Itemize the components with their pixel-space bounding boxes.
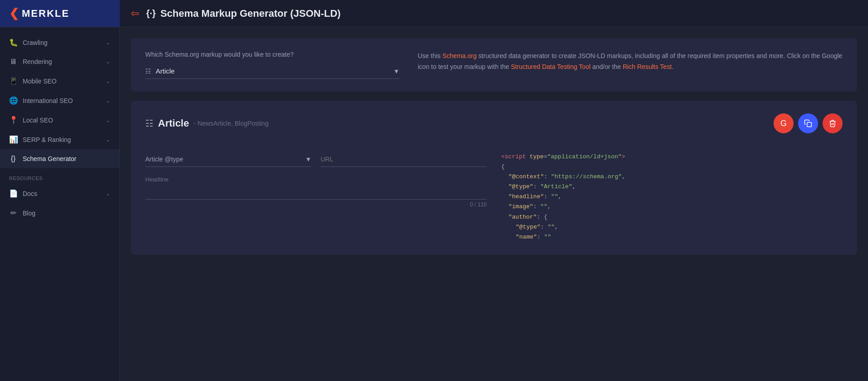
code-line-1: <script type="application/ld+json">: [501, 152, 843, 162]
article-type-dropdown[interactable]: Article @type ▼: [145, 152, 311, 167]
sidebar-item-mobile-seo[interactable]: 📱 Mobile SEO ⌄: [0, 71, 119, 91]
main-content: Which Schema.org markup would you like t…: [120, 27, 868, 381]
docs-icon: 📄: [9, 189, 17, 198]
international-icon: 🌐: [9, 96, 17, 105]
form-area: Article @type ▼ Headline 0 / 110: [145, 152, 487, 242]
headline-input[interactable]: [145, 185, 487, 200]
serp-icon: 📊: [9, 135, 17, 144]
description-area: Use this Schema.org structured data gene…: [418, 51, 843, 73]
chevron-down-icon: ⌄: [106, 137, 110, 143]
mobile-icon: 📱: [9, 77, 17, 85]
table-icon: ☷: [145, 68, 151, 75]
header-content: ⇦ {·} Schema Markup Generator (JSON-LD): [120, 8, 868, 20]
select-label: Which Schema.org markup would you like t…: [145, 51, 399, 58]
select-chevron-icon: ▼: [393, 68, 399, 75]
code-line-8: "@type": "",: [501, 222, 843, 232]
url-field-group: [321, 152, 487, 167]
type-url-row: Article @type ▼: [145, 152, 487, 167]
google-test-button[interactable]: G: [774, 113, 794, 133]
url-input[interactable]: [321, 152, 487, 167]
schema-icon: {·}: [146, 8, 156, 19]
schema-selector-card: Which Schema.org markup would you like t…: [131, 38, 857, 92]
article-title-area: ☷ Article - NewsArticle, BlogPosting: [145, 117, 268, 129]
local-icon: 📍: [9, 116, 17, 124]
sidebar: 🐛 Crawling ⌄ 🖥 Rendering ⌄ 📱 Mobile SEO …: [0, 27, 120, 381]
dropdown-chevron-icon: ▼: [305, 156, 311, 163]
sidebar-item-docs[interactable]: 📄 Docs ⌄: [0, 184, 119, 203]
resources-section-label: Resources: [0, 168, 119, 184]
sidebar-item-serp-ranking[interactable]: 📊 SERP & Ranking ⌄: [0, 130, 119, 149]
headline-field-group: Headline 0 / 110: [145, 176, 487, 208]
code-line-5: "headline": "",: [501, 192, 843, 202]
code-line-4: "@type": "Article",: [501, 182, 843, 192]
form-code-split: Article @type ▼ Headline 0 / 110: [145, 152, 843, 242]
schema-gen-icon: {}: [9, 155, 17, 163]
code-line-9: "name": "": [501, 232, 843, 242]
sidebar-item-rendering[interactable]: 🖥 Rendering ⌄: [0, 52, 119, 71]
schema-select-area: Which Schema.org markup would you like t…: [145, 51, 399, 79]
code-line-2: {: [501, 162, 843, 172]
chevron-down-icon: ⌄: [106, 190, 110, 197]
headline-label: Headline: [145, 176, 487, 183]
sidebar-item-blog[interactable]: ✏ Blog: [0, 203, 119, 223]
rendering-icon: 🖥: [9, 58, 17, 66]
code-preview: <script type="application/ld+json"> { "@…: [501, 152, 843, 242]
delete-button[interactable]: [823, 113, 843, 133]
blog-icon: ✏: [9, 209, 17, 217]
chevron-down-icon: ⌄: [106, 117, 110, 123]
char-count: 0 / 110: [145, 201, 487, 208]
svg-rect-0: [807, 122, 812, 127]
crawling-icon: 🐛: [9, 38, 17, 47]
headline-row: Headline 0 / 110: [145, 176, 487, 208]
logo: ❮ MERKLE: [9, 6, 69, 20]
sidebar-item-international-seo[interactable]: 🌐 International SEO ⌄: [0, 91, 119, 110]
chevron-down-icon: ⌄: [106, 98, 110, 104]
rich-results-test-link[interactable]: Rich Results Test: [623, 63, 672, 70]
schema-type-select[interactable]: ☷ Article ▼: [145, 64, 399, 79]
article-card: ☷ Article - NewsArticle, BlogPosting G: [131, 101, 857, 255]
chevron-down-icon: ⌄: [106, 39, 110, 46]
code-line-7: "author": {: [501, 212, 843, 222]
logo-chevron-icon: ❮: [9, 6, 20, 20]
code-line-6: "image": "",: [501, 202, 843, 212]
schema-org-link[interactable]: Schema.org: [442, 52, 476, 59]
page-title: {·} Schema Markup Generator (JSON-LD): [146, 8, 340, 20]
main-layout: 🐛 Crawling ⌄ 🖥 Rendering ⌄ 📱 Mobile SEO …: [0, 27, 868, 381]
structured-data-testing-tool-link[interactable]: Structured Data Testing Tool: [511, 63, 590, 70]
header: ❮ MERKLE ⇦ {·} Schema Markup Generator (…: [0, 0, 868, 27]
chevron-down-icon: ⌄: [106, 78, 110, 84]
copy-button[interactable]: [798, 113, 818, 133]
article-header: ☷ Article - NewsArticle, BlogPosting G: [145, 113, 843, 141]
article-actions: G: [774, 113, 843, 133]
back-icon[interactable]: ⇦: [131, 8, 139, 20]
chevron-down-icon: ⌄: [106, 59, 110, 65]
sidebar-item-local-seo[interactable]: 📍 Local SEO ⌄: [0, 110, 119, 130]
article-type-field: Article @type ▼: [145, 152, 311, 167]
sidebar-item-crawling[interactable]: 🐛 Crawling ⌄: [0, 33, 119, 52]
article-type-icon: ☷: [145, 118, 153, 129]
sidebar-item-schema-generator[interactable]: {} Schema Generator: [0, 149, 119, 168]
code-line-3: "@context": "https://schema.org",: [501, 172, 843, 182]
logo-area: ❮ MERKLE: [0, 0, 120, 27]
